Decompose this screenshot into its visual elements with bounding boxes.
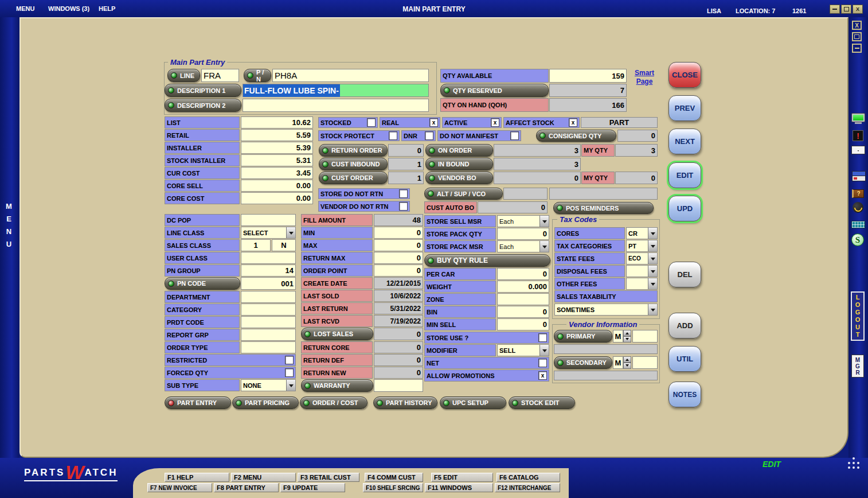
order-type-value[interactable] [241,341,296,353]
pn-field[interactable]: PH8A [272,69,429,82]
buy-qty-rule-button[interactable]: BUY QTY RULE [424,254,550,267]
minimize-button[interactable] [830,5,840,14]
fkey-f4[interactable]: F4 COMM CUST [365,473,423,482]
primary-vendor-button[interactable]: PRIMARY [554,330,612,343]
upd-button[interactable]: UPD [668,196,701,221]
restricted-flag[interactable]: RESTRICTED [165,354,296,366]
pn-group-value[interactable]: 14 [241,264,296,277]
real-flag[interactable]: REAL x [380,117,440,128]
store-do-not-rtn-flag[interactable]: STORE DO NOT RTN [318,188,410,199]
return-max-value[interactable]: 0 [374,252,423,264]
per-car-value[interactable]: 0 [497,268,549,280]
close-action-button[interactable]: CLOSE [668,62,701,88]
vendor-do-not-rtn-checkbox[interactable] [399,202,408,211]
stock-protect-checkbox[interactable] [389,131,397,140]
sales-taxability-dropdown[interactable]: SOMETIMES [554,304,658,316]
real-checkbox[interactable]: x [429,118,438,127]
next-button[interactable]: NEXT [668,129,701,154]
fkey-f12[interactable]: F12 INTERCHANGE [495,483,560,492]
vendor-do-not-rtn-flag[interactable]: VENDOR DO NOT RTN [318,201,410,212]
installer-value[interactable]: 5.39 [241,142,313,154]
printer-icon[interactable] [852,171,865,181]
del-button[interactable]: DEL [668,262,701,287]
forced-qty-checkbox[interactable] [285,368,294,377]
fkey-f1[interactable]: F1 HELP [165,473,229,482]
dnr-checkbox[interactable] [425,131,433,140]
resize-grip[interactable] [847,457,859,470]
dnr-flag[interactable]: DNR [401,130,436,141]
line-field[interactable]: FRA [201,69,239,82]
user-class-value[interactable] [241,252,296,264]
stocked-checkbox[interactable] [367,118,376,127]
fkey-f3[interactable]: F3 RETAIL CUST [298,473,359,482]
cust-order-button[interactable]: CUST ORDER [319,172,388,184]
pn-button[interactable]: P / N [244,69,271,82]
chevron-down-icon[interactable] [539,241,549,252]
category-value[interactable] [241,304,296,316]
tab-order-cost[interactable]: ORDER / COST [300,396,367,409]
spinner-down-icon[interactable] [623,363,631,369]
tab-part-pricing[interactable]: PART PRICING [232,396,299,409]
pn-code-button[interactable]: PN CODE [165,277,240,290]
sales-class-value1[interactable]: 1 [241,239,271,251]
spinner-up-icon[interactable] [623,356,631,363]
chevron-down-icon[interactable] [648,240,657,251]
restricted-checkbox[interactable] [285,356,294,364]
tab-upc-setup[interactable]: UPC SETUP [440,396,506,409]
bin-value[interactable]: 0 [497,306,549,318]
alert-icon[interactable]: ! [853,130,863,141]
line-class-dropdown[interactable]: SELECT [241,227,296,239]
on-order-button[interactable]: ON ORDER [425,144,493,157]
stock-protect-flag[interactable]: STOCK PROTECT [318,130,400,141]
description2-button[interactable]: DESCRIPTION 2 [165,99,241,112]
close-button[interactable]: X [853,5,863,14]
affect-stock-flag[interactable]: AFFECT STOCK x [503,117,580,128]
chevron-down-icon[interactable] [648,304,657,315]
tab-part-entry[interactable]: PART ENTRY [165,396,231,409]
core-cost-value[interactable]: 0.00 [241,192,313,204]
spinner-up-icon[interactable] [623,330,631,336]
secondary-vendor-value[interactable] [632,356,658,369]
chevron-down-icon[interactable] [648,253,657,264]
min-value[interactable]: 0 [374,227,423,239]
sub-type-dropdown[interactable]: NONE [241,379,296,391]
disposal-fees-dropdown[interactable] [626,265,658,277]
retail-value[interactable]: 5.59 [241,129,313,141]
warranty-value[interactable] [374,379,423,392]
do-not-manifest-checkbox[interactable] [510,131,519,140]
other-fees-dropdown[interactable] [626,278,658,290]
primary-vendor-type[interactable]: M [613,330,623,343]
chevron-down-icon[interactable] [286,227,295,238]
strip-close-button[interactable]: X [852,21,862,30]
chevron-down-icon[interactable] [539,345,549,356]
stock-installer-value[interactable]: 5.31 [241,154,313,166]
chevron-down-icon[interactable] [286,380,295,391]
chevron-down-icon[interactable] [648,278,657,289]
sales-class-value2[interactable]: N [272,239,296,251]
book-icon[interactable]: ? [852,189,864,198]
calculator-icon[interactable] [851,221,865,228]
prdt-code-value[interactable] [241,316,296,328]
dc-pop-value[interactable] [241,214,296,226]
store-use-flag[interactable]: STORE USE ? [424,332,549,344]
s-badge-icon[interactable]: S [851,234,864,246]
vendor-bo-button[interactable]: VENDOR BO [425,172,493,184]
net-checkbox[interactable] [538,359,547,367]
secondary-vendor-button[interactable]: SECONDARY [554,356,612,369]
tax-categories-dropdown[interactable]: PT [626,240,658,252]
allow-promotions-flag[interactable]: ALLOW PROMOTIONS x [424,369,549,382]
tab-part-history[interactable]: PART HISTORY [373,396,437,409]
order-point-value[interactable]: 0 [374,264,423,277]
util-button[interactable]: UTIL [668,346,701,372]
qty-reserved-button[interactable]: QTY RESERVED [440,84,549,97]
chevron-down-icon[interactable] [648,228,657,239]
core-sell-value[interactable]: 0.00 [241,180,313,192]
secondary-vendor-type[interactable]: M [613,356,623,369]
min-sell-value[interactable]: 0 [497,318,549,330]
edit-button[interactable]: EDIT [668,162,701,188]
do-not-manifest-flag[interactable]: DO NOT MANIFEST [437,130,521,141]
weight-value[interactable]: 0.000 [497,281,549,293]
chevron-down-icon[interactable] [648,266,657,277]
add-button[interactable]: ADD [668,313,701,339]
stocked-flag[interactable]: STOCKED [318,117,378,128]
